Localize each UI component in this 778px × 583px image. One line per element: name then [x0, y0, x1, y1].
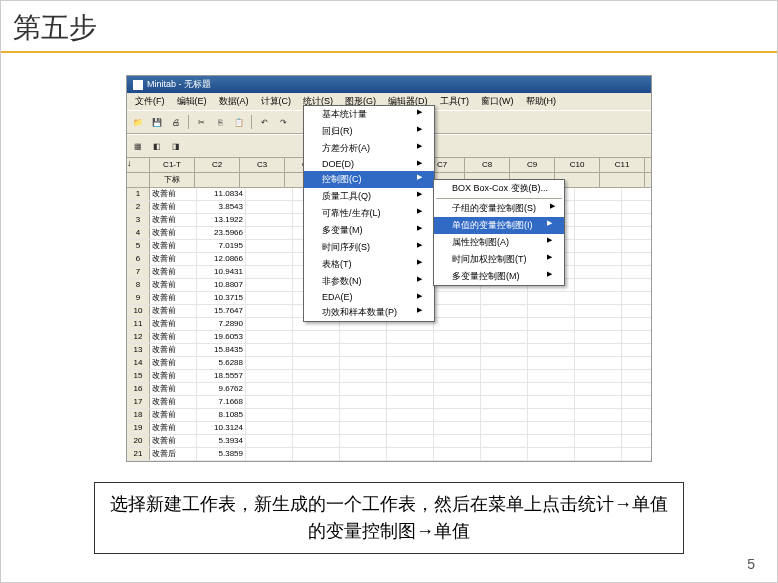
cell[interactable]: 改善前	[150, 435, 197, 447]
menu-item[interactable]: 帮助(H)	[520, 94, 563, 109]
cell[interactable]: 改善前	[150, 409, 197, 421]
cell[interactable]: 13.1922	[197, 214, 246, 226]
menu-item[interactable]: 多变量(M)▶	[304, 222, 434, 239]
cell[interactable]	[481, 370, 528, 382]
menu-item[interactable]: 方差分析(A)▶	[304, 140, 434, 157]
cell[interactable]	[340, 422, 387, 434]
cell[interactable]: 改善前	[150, 266, 197, 278]
cell[interactable]	[434, 422, 481, 434]
cell[interactable]: 改善前	[150, 279, 197, 291]
menu-item[interactable]: 单值的变量控制图(I)▶	[434, 217, 564, 234]
open-icon[interactable]: 📁	[129, 113, 147, 131]
cell[interactable]	[575, 331, 622, 343]
cell[interactable]: 改善前	[150, 357, 197, 369]
cell[interactable]	[622, 396, 651, 408]
cell[interactable]	[575, 370, 622, 382]
column-header[interactable]: C3	[240, 158, 285, 172]
cell[interactable]	[340, 357, 387, 369]
cell[interactable]	[622, 357, 651, 369]
menu-item[interactable]: DOE(D)▶	[304, 157, 434, 171]
cell[interactable]: 改善前	[150, 201, 197, 213]
menu-item[interactable]: 工具(T)	[434, 94, 476, 109]
cell[interactable]	[246, 188, 293, 200]
column-header[interactable]: C12	[645, 158, 652, 172]
cell[interactable]: 7.1668	[197, 396, 246, 408]
cell[interactable]	[481, 331, 528, 343]
cell[interactable]	[622, 253, 651, 265]
cell[interactable]: 5.3859	[197, 448, 246, 460]
cell[interactable]	[387, 409, 434, 421]
cell[interactable]	[622, 227, 651, 239]
cell[interactable]	[528, 305, 575, 317]
redo-icon[interactable]: ↷	[274, 113, 292, 131]
table-row[interactable]: 18改善前8.1085	[127, 409, 651, 422]
cell[interactable]	[246, 331, 293, 343]
cell[interactable]: 5.6288	[197, 357, 246, 369]
cell[interactable]: 19.6053	[197, 331, 246, 343]
table-row[interactable]: 12改善前19.6053	[127, 331, 651, 344]
cell[interactable]	[293, 396, 340, 408]
cell[interactable]: 15.8435	[197, 344, 246, 356]
cell[interactable]	[481, 461, 528, 462]
cell[interactable]	[246, 214, 293, 226]
save-icon[interactable]: 💾	[148, 113, 166, 131]
column-header[interactable]: C10	[555, 158, 600, 172]
cell[interactable]	[340, 331, 387, 343]
cell[interactable]	[293, 331, 340, 343]
cell[interactable]	[575, 383, 622, 395]
menu-item[interactable]: 时间加权控制图(T)▶	[434, 251, 564, 268]
cell[interactable]	[246, 396, 293, 408]
cell[interactable]	[293, 422, 340, 434]
cell[interactable]	[387, 422, 434, 434]
cell[interactable]: 改善后	[150, 448, 197, 460]
cell[interactable]	[575, 409, 622, 421]
cell[interactable]	[575, 396, 622, 408]
cell[interactable]	[434, 344, 481, 356]
cell[interactable]	[434, 370, 481, 382]
cell[interactable]	[528, 409, 575, 421]
table-row[interactable]: 13改善前15.8435	[127, 344, 651, 357]
cell[interactable]	[622, 214, 651, 226]
cell[interactable]	[434, 409, 481, 421]
cell[interactable]	[575, 214, 622, 226]
column-header[interactable]: C2	[195, 158, 240, 172]
menu-item[interactable]: 编辑(E)	[171, 94, 213, 109]
tool-icon[interactable]: ◧	[148, 137, 166, 155]
cell[interactable]	[528, 292, 575, 304]
undo-icon[interactable]: ↶	[255, 113, 273, 131]
cell[interactable]: 改善前	[150, 318, 197, 330]
cell[interactable]	[434, 331, 481, 343]
cell[interactable]	[293, 461, 340, 462]
cell[interactable]	[387, 396, 434, 408]
cell[interactable]	[575, 253, 622, 265]
cell[interactable]	[622, 305, 651, 317]
menu-item[interactable]: 控制图(C)▶	[304, 171, 434, 188]
cell[interactable]	[246, 318, 293, 330]
menu-item[interactable]: EDA(E)▶	[304, 290, 434, 304]
cell[interactable]	[481, 396, 528, 408]
menu-item[interactable]: 计算(C)	[255, 94, 298, 109]
cell[interactable]	[528, 435, 575, 447]
cell[interactable]: 15.7647	[197, 305, 246, 317]
cell[interactable]	[575, 188, 622, 200]
cell[interactable]	[575, 279, 622, 291]
cell[interactable]	[575, 201, 622, 213]
cell[interactable]	[246, 383, 293, 395]
cell[interactable]: 5.3934	[197, 435, 246, 447]
cell[interactable]	[481, 422, 528, 434]
cell[interactable]	[387, 331, 434, 343]
cell[interactable]	[434, 461, 481, 462]
cell[interactable]	[293, 383, 340, 395]
menu-item[interactable]: 非参数(N)▶	[304, 273, 434, 290]
cell[interactable]	[340, 461, 387, 462]
cell[interactable]	[340, 435, 387, 447]
cell[interactable]	[575, 422, 622, 434]
column-label[interactable]	[600, 173, 645, 187]
menu-item[interactable]: 功效和样本数量(P)▶	[304, 304, 434, 321]
column-label[interactable]	[645, 173, 652, 187]
cell[interactable]	[246, 448, 293, 460]
cell[interactable]	[481, 305, 528, 317]
paste-icon[interactable]: 📋	[230, 113, 248, 131]
table-row[interactable]: 15改善前18.5557	[127, 370, 651, 383]
cell[interactable]	[246, 279, 293, 291]
